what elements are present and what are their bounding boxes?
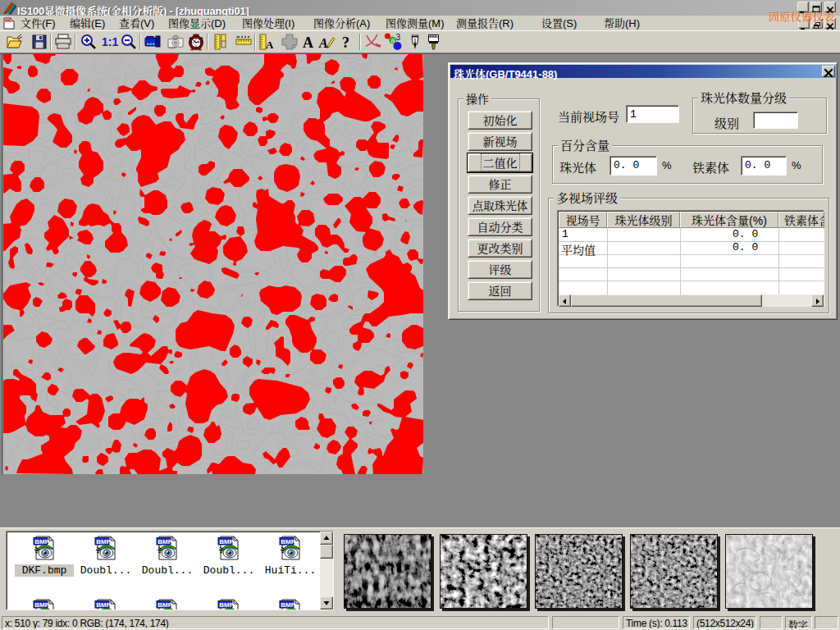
svg-text:A: A — [303, 34, 313, 51]
svg-text:BMP: BMP — [281, 538, 295, 546]
svg-text:BMP: BMP — [34, 601, 49, 609]
svg-text:A: A — [266, 39, 274, 51]
svg-text:BMP: BMP — [219, 538, 234, 546]
svg-text:BMP: BMP — [158, 601, 172, 609]
svg-text:BMP: BMP — [219, 601, 234, 609]
svg-text:3: 3 — [396, 33, 401, 42]
svg-text:BMP: BMP — [96, 601, 111, 609]
svg-text:BMP: BMP — [281, 601, 295, 609]
svg-text:DOC: DOC — [5, 19, 14, 23]
svg-text:?: ? — [342, 34, 349, 51]
svg-text:a: a — [390, 36, 395, 44]
svg-text:1:1: 1:1 — [102, 35, 118, 48]
svg-text:BMP: BMP — [96, 538, 111, 546]
svg-text:BMP: BMP — [34, 538, 49, 546]
svg-text:BMP: BMP — [158, 538, 172, 546]
